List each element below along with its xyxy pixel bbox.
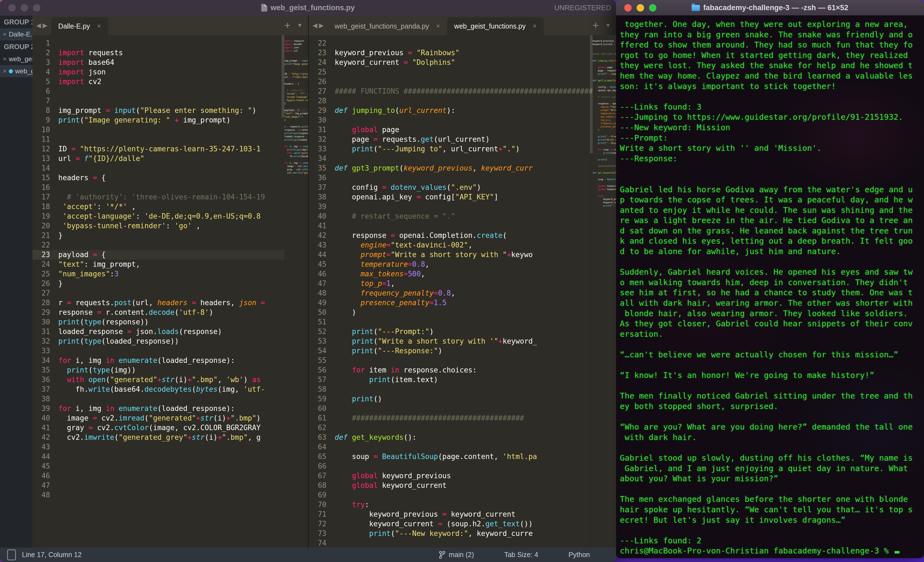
line-number: 45 <box>309 260 326 269</box>
tab-prev-icon[interactable]: ◀ <box>313 22 317 29</box>
close-icon[interactable]: × <box>532 22 536 30</box>
editor-group-2: ◀ ▶ web_geist_functions_panda.py×web_gei… <box>308 16 616 547</box>
scrollbar-thumb[interactable] <box>590 35 592 153</box>
code-line: 43 engine="text-davinci-002", <box>309 240 616 250</box>
terminal-line <box>620 257 924 267</box>
sidebar-open-file[interactable]: ×web_geist_functions_panda.py <box>0 53 33 65</box>
code-line: 58 <box>309 384 616 394</box>
minimap-line: 10 <box>284 66 308 69</box>
minimap-line: 27##### FUNCTIONS ######################… <box>592 53 616 56</box>
line-number: 36 <box>309 173 326 183</box>
line-number: 58 <box>309 384 326 394</box>
code-line: 14 <box>33 163 308 173</box>
minimap-line: 33 <box>284 142 308 145</box>
terminal-line: ---Jumping to https://www.guidestar.org/… <box>620 112 924 123</box>
scrollbar-thumb[interactable] <box>282 35 284 118</box>
status-mode-icon[interactable] <box>7 549 16 561</box>
terminal-line: d sat down on the grass. He leaned back … <box>620 226 924 236</box>
tab-next-icon[interactable]: ▶ <box>43 22 47 29</box>
code-line: 46 max_tokens=500, <box>309 269 616 279</box>
minimap-line: 41 gray = cv2.cvtColor(image, cv2.COLOR_… <box>284 168 308 171</box>
minimap-line: 53 print("Write a short story with '"+ke… <box>592 139 616 142</box>
code-line: 32 page = requests.get(url_current) <box>309 135 616 144</box>
minimap-line: 26 <box>592 49 616 53</box>
line-number: 40 <box>309 212 326 221</box>
line-number: 29 <box>33 308 50 317</box>
sidebar-open-file[interactable]: ×Dalle-E.py <box>0 28 33 40</box>
minimap-left[interactable]: 1 2import requests3import base644import … <box>284 35 308 547</box>
tab-size-setting[interactable]: Tab Size: 4 <box>504 551 538 559</box>
line-number: 47 <box>33 481 50 490</box>
tab-web_geist_functions_panda.py[interactable]: web_geist_functions_panda.py× <box>327 17 447 35</box>
minimap-line: 56 for item in response.choices: <box>592 148 616 152</box>
code-line: 65 soup = BeautifulSoup(page.content, 'h… <box>309 452 616 462</box>
line-number: 66 <box>309 462 326 471</box>
close-icon[interactable]: × <box>3 65 7 77</box>
terminal-cursor <box>895 551 900 553</box>
terminal-titlebar[interactable]: fabacademy-challenge-3 — -zsh — 61×52 <box>616 0 924 16</box>
minimap-line: 47 <box>284 188 308 191</box>
line-number: 42 <box>309 231 326 240</box>
sidebar[interactable]: GROUP 1×Dalle-E.pyGROUP 2×web_geist_func… <box>0 16 33 547</box>
terminal-line: ---Prompt: <box>620 133 924 143</box>
code-line: 68 global keyword_current <box>309 481 616 490</box>
terminal-line: Suddenly, Gabriel heard voices. He opene… <box>620 267 924 277</box>
line-number: 1 <box>33 39 50 48</box>
close-icon[interactable]: × <box>3 53 7 65</box>
minimap-line: 36 <box>592 82 616 86</box>
terminal-line: anted to enjoy it while he could. The su… <box>620 205 924 216</box>
minimap-line: 30print(type(response)) <box>284 132 308 135</box>
line-number: 37 <box>33 384 50 394</box>
minimap-line: 2import requests <box>284 40 308 43</box>
minimap-line: 49 presence_penalty=1.5 <box>592 125 616 129</box>
terminal-line: p towards the copse of trees. It was a p… <box>620 195 924 205</box>
minimap-line: 67 global keyword_previous <box>592 185 616 188</box>
tab-prev-icon[interactable]: ◀ <box>36 22 41 29</box>
code-line: 51 <box>309 317 616 327</box>
minimap-line: 68 global keyword_current <box>592 188 616 191</box>
minimap-line: 60 <box>592 161 616 165</box>
line-number: 68 <box>309 481 326 490</box>
code-line: 62 <box>309 423 616 433</box>
terminal-line: As they got closer, Gabriel could hear s… <box>620 318 924 329</box>
tab-overflow-icon[interactable]: ▼ <box>297 22 303 28</box>
line-number: 63 <box>309 433 326 442</box>
new-tab-icon[interactable]: + <box>592 19 598 31</box>
tabbar-group-1: ◀ ▶ Dalle-E.py× + ▼ <box>33 16 308 35</box>
code-line: 26} <box>33 279 308 288</box>
close-icon[interactable]: × <box>436 22 440 30</box>
terminal-line: re was a light breeze in the air. He tie… <box>620 215 924 226</box>
line-number: 44 <box>33 452 50 462</box>
code-line: 11 <box>33 135 308 144</box>
git-branch[interactable]: main (2) <box>439 551 474 559</box>
tab-Dalle-E.py[interactable]: Dalle-E.py× <box>51 17 108 35</box>
close-icon[interactable]: × <box>3 28 7 40</box>
close-icon[interactable]: × <box>97 22 100 30</box>
line-number: 26 <box>33 279 50 288</box>
minimap-line: 44 prompt="Write a short story with "+ke… <box>592 109 616 112</box>
code-area-left[interactable]: 1 2import requests3import base644import … <box>33 35 308 547</box>
terminal-line: blonde hair, also wearing armor. They lo… <box>620 308 924 319</box>
terminal-line: ---Response: <box>620 154 924 164</box>
code-line: 37 fh.write(base64.decodebytes(bytes(img… <box>33 384 308 394</box>
tab-web_geist_functions.py[interactable]: web_geist_functions.py× <box>447 17 544 35</box>
minimap-line: 70 try: <box>592 194 616 198</box>
code-line: 37 config = dotenv_values(".env") <box>309 183 616 192</box>
syntax-mode[interactable]: Python <box>568 551 590 559</box>
tab-next-icon[interactable]: ▶ <box>319 22 324 29</box>
minimap-right[interactable]: 22 23keyword_previous = "Rainbows"24keyw… <box>592 35 616 547</box>
code-line: 5import cv2 <box>33 77 308 87</box>
terminal-line: chris@MacBook-Pro-von-Christian fabacade… <box>620 546 924 556</box>
code-area-right[interactable]: 22 23keyword_previous = "Rainbows"24keyw… <box>309 35 616 547</box>
terminal-line <box>620 91 924 102</box>
code-line: 23payload = { <box>33 250 308 260</box>
sidebar-open-file[interactable]: ×web_geist_functions.py <box>0 65 33 77</box>
terminal-line: see him at first, so he had a chance to … <box>620 288 924 298</box>
tab-overflow-icon[interactable]: ▼ <box>605 22 611 28</box>
sublime-titlebar[interactable]: web_geist_functions.py UNREGISTERED <box>0 0 616 16</box>
terminal-output[interactable]: together. One day, when they were out ex… <box>616 15 924 558</box>
new-tab-icon[interactable]: + <box>284 19 290 31</box>
line-number: 14 <box>33 163 50 173</box>
code-line: 43 <box>33 442 308 452</box>
tab-actions: + ▼ <box>279 16 308 35</box>
